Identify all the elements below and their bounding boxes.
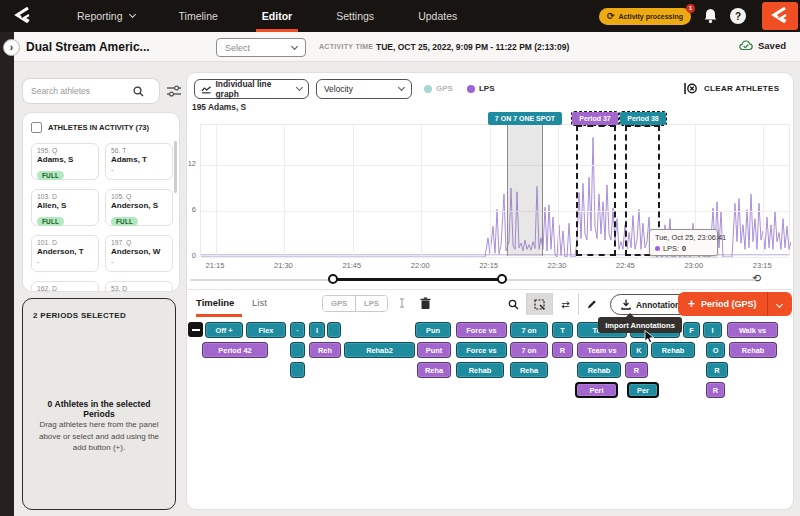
chart-annotation-region[interactable] (576, 125, 616, 256)
swap-tool-button[interactable]: ⇄ (552, 293, 578, 315)
range-handle-right[interactable] (497, 274, 507, 284)
chart-annotation-label[interactable]: Period 38 (620, 112, 666, 125)
nav-item-reporting[interactable]: Reporting (55, 0, 157, 32)
period-dropdown-toggle[interactable] (768, 302, 792, 307)
text-cursor-icon[interactable] (396, 297, 408, 309)
trash-icon[interactable] (420, 297, 431, 310)
timeline-block[interactable]: Reh (309, 342, 341, 358)
select-all-checkbox[interactable] (31, 122, 42, 133)
time-range-selected[interactable] (333, 278, 502, 281)
top-navbar: ReportingTimelineEditorSettingsUpdates ⟳… (0, 0, 800, 32)
saved-label: Saved (758, 40, 786, 51)
saved-status: Saved (739, 40, 786, 51)
marquee-select-button[interactable] (526, 293, 552, 315)
timeline-block[interactable]: Pun (415, 322, 451, 338)
athlete-number: 56. T (111, 147, 167, 154)
timeline-block[interactable]: O (706, 342, 725, 358)
timeline-block[interactable]: · (290, 322, 305, 338)
timeline-block[interactable]: Reha (417, 362, 451, 378)
timeline-block[interactable]: Walk vs (727, 322, 778, 338)
timeline-block[interactable]: R (706, 362, 728, 378)
gps-toggle-button[interactable]: GPS (323, 296, 355, 311)
timeline-block[interactable]: Team vs (577, 342, 627, 358)
athlete-card[interactable]: 162. DBaker, DFULL (31, 281, 99, 292)
timeline-block[interactable]: K (630, 342, 648, 358)
athletes-scrollbar[interactable] (174, 141, 177, 193)
search-input[interactable] (31, 86, 127, 96)
timeline-block[interactable]: T (552, 322, 573, 338)
metric-dropdown[interactable]: Velocity (316, 79, 412, 99)
clear-athletes-button[interactable]: CLEAR ATHLETES (684, 82, 779, 95)
timeline-block[interactable]: Rehab (456, 362, 504, 378)
athlete-card[interactable]: 195. QAdams, SFULL (31, 143, 99, 180)
athlete-number: 162. D (37, 285, 93, 292)
nav-item-timeline[interactable]: Timeline (157, 0, 240, 32)
timeline-block[interactable]: Peri (575, 382, 618, 398)
athlete-card[interactable]: 101. DAnderson, T- (31, 235, 99, 272)
timeline-block[interactable]: Rehab (729, 342, 777, 358)
activity-processing-badge[interactable]: ⟳ Activity processing 1 (599, 8, 691, 25)
chart-annotation-label[interactable]: 7 ON 7 ONE SPOT (488, 112, 562, 125)
plus-icon: + (688, 297, 695, 311)
nav-item-updates[interactable]: Updates (396, 0, 479, 32)
timeline-block[interactable] (290, 342, 305, 358)
range-handle-left[interactable] (328, 274, 338, 284)
nav-item-editor[interactable]: Editor (240, 0, 314, 32)
timeline-block[interactable]: Force vs (456, 342, 507, 358)
graph-type-dropdown[interactable]: Individual line graph (194, 79, 309, 99)
timeline-block[interactable] (327, 322, 341, 338)
athlete-card[interactable]: 197. QAnderson, W- (105, 235, 173, 272)
athlete-card[interactable]: 53. DBrown, SFULL (105, 281, 173, 292)
collapse-rows-button[interactable] (188, 322, 203, 337)
pen-icon (586, 299, 597, 310)
filter-sliders-icon[interactable] (166, 84, 182, 98)
timeline-block[interactable]: Rehab (651, 342, 695, 358)
timeline-block[interactable]: Reha (510, 362, 548, 378)
athlete-name: Adams, S (37, 155, 93, 164)
x-axis-tick: 21:30 (274, 261, 293, 270)
chart-annotation-label[interactable]: Period 37 (572, 112, 618, 125)
athlete-card[interactable]: 105. QAnderson, SFULL (105, 189, 173, 226)
timeline-block[interactable]: Rehab (577, 362, 621, 378)
timeline-block[interactable]: 7 on (510, 342, 548, 358)
timeline-block[interactable]: I (309, 322, 325, 338)
timeline-block[interactable]: F (683, 322, 700, 338)
timeline-block[interactable]: Punt (417, 342, 451, 358)
expand-panel-button[interactable]: › (3, 39, 20, 56)
timeline-block[interactable]: Per (627, 382, 659, 398)
timeline-block[interactable]: 7 on (510, 322, 548, 338)
legend-item-lps[interactable]: LPS (467, 84, 495, 93)
athlete-name: Anderson, S (111, 201, 167, 210)
timeline-block[interactable]: R (552, 342, 573, 358)
bell-icon[interactable] (703, 8, 718, 24)
timeline-block[interactable]: Rehab2 (344, 342, 415, 358)
brand-app-button[interactable] (762, 2, 798, 30)
activity-header-bar: › Dual Stream Americ... Select ACTIVITY … (14, 32, 800, 62)
timeline-block[interactable]: Off + (205, 322, 243, 338)
add-period-button[interactable]: + Period (GPS) (678, 292, 792, 316)
reset-zoom-icon[interactable]: ⟳ (752, 272, 761, 285)
lps-toggle-button[interactable]: LPS (355, 296, 387, 311)
timeline-block[interactable]: Flex (246, 322, 286, 338)
legend-item-gps[interactable]: GPS (424, 84, 453, 93)
timeline-block[interactable] (290, 362, 305, 378)
draw-tool-button[interactable] (578, 293, 604, 315)
athlete-card[interactable]: 103. DAllen, SFULL (31, 189, 99, 226)
activity-time-value: TUE, OCT 25, 2022, 9:09 PM - 11:22 PM (2… (376, 42, 569, 52)
tab-timeline[interactable]: Timeline (196, 297, 234, 308)
select-dropdown[interactable]: Select (216, 38, 306, 57)
timeline-block[interactable]: Force vs (456, 322, 507, 338)
timeline-block[interactable]: R (625, 362, 648, 378)
athlete-card[interactable]: 56. TAdams, T- (105, 143, 173, 180)
search-icon[interactable] (133, 86, 144, 97)
zoom-tool-button[interactable] (500, 293, 526, 315)
timeline-block[interactable]: R (706, 382, 725, 398)
chart-annotation-region[interactable] (507, 125, 543, 256)
timeline-block[interactable]: Period 42 (202, 342, 268, 358)
nav-item-settings[interactable]: Settings (314, 0, 396, 32)
timeline-block[interactable]: I (703, 322, 722, 338)
x-axis-tick: 23:00 (684, 261, 703, 270)
selected-periods-panel[interactable]: 2 PERIODS SELECTED 0 Athletes in the sel… (22, 298, 176, 510)
help-button[interactable]: ? (730, 8, 746, 24)
tab-list[interactable]: List (252, 297, 267, 308)
